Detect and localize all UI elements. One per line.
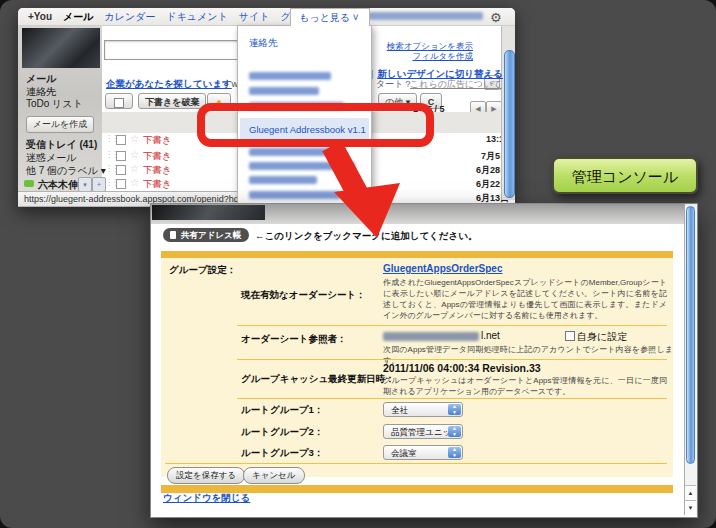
nav-calendar[interactable]: カレンダー	[104, 10, 155, 24]
sidebar-item-spam[interactable]: 迷惑メール	[26, 151, 76, 165]
viewer-email-suffix: l.net	[481, 330, 500, 341]
star-icon[interactable]: ☆	[130, 149, 139, 160]
redacted-menu-item[interactable]	[249, 191, 341, 199]
discard-draft-button[interactable]: 下書きを破棄	[138, 93, 206, 109]
set-self-label: 自身に設定	[577, 330, 627, 344]
gmail-scrollbar-thumb[interactable]	[504, 50, 515, 198]
set-self-checkbox[interactable]	[565, 331, 575, 341]
draft-label: 下書き	[143, 134, 172, 147]
bookmark-note: ←このリンクをブックマークに追加してください。	[255, 230, 478, 243]
chat-status-icon	[24, 180, 34, 187]
redacted-menu-item[interactable]	[249, 87, 319, 95]
sidebar-item-todo[interactable]: ToDo リスト	[26, 97, 83, 111]
screenshot-root: +You メール カレンダー ドキュメント サイト グループ ⚙ 検索オプション…	[0, 0, 716, 528]
nav-plus-you[interactable]: +You	[28, 11, 52, 22]
document-icon	[170, 231, 176, 239]
row-checkbox[interactable]	[116, 151, 126, 161]
nav-mail[interactable]: メール	[63, 10, 93, 24]
draft-label: 下書き	[143, 178, 172, 191]
redacted-menu-item[interactable]	[249, 162, 355, 170]
select-all-checkbox[interactable]	[114, 98, 124, 108]
theme-logo-image	[22, 28, 100, 68]
row-separator	[165, 463, 667, 464]
nav-more-menu-trigger[interactable]: もっと見る ˅	[290, 8, 370, 26]
root-group1-label: ルートグループ1：	[241, 404, 323, 417]
menu-item-contacts[interactable]: 連絡先	[249, 37, 278, 50]
ordersheet-link[interactable]: GluegentAppsOrderSpec	[383, 263, 502, 274]
annotation-highlight-box	[197, 103, 434, 147]
chat-menu-button[interactable]: ▾	[78, 177, 92, 192]
close-window-link[interactable]: ウィンドウを閉じる	[163, 492, 250, 505]
row-checkbox[interactable]	[116, 135, 126, 145]
redacted-menu-item[interactable]	[249, 72, 331, 80]
viewer-label: オーダーシート参照者：	[241, 333, 346, 346]
sidebar-item-more-labels[interactable]: 他 7 個のラベル ▾	[26, 164, 106, 178]
sidebar-item-inbox[interactable]: 受信トレイ (41)	[26, 138, 97, 152]
root-group3-value: 会議室	[391, 448, 417, 458]
table-top-bar	[161, 251, 673, 258]
cancel-button[interactable]: キャンセル	[243, 467, 305, 484]
cache-value: 2011/11/06 04:00:34 Revision.33	[383, 362, 541, 374]
root-group3-label: ルートグループ3：	[241, 447, 323, 460]
row-checkbox[interactable]	[116, 165, 126, 175]
gmail-scrollbar[interactable]	[501, 26, 515, 200]
draft-label: 下書き	[143, 150, 172, 163]
star-icon[interactable]: ☆	[130, 177, 139, 188]
cache-label: グループキャッシュ最終更新日時：	[241, 373, 395, 386]
banner-image-fragment	[152, 205, 265, 220]
redacted-menu-item[interactable]	[249, 148, 337, 156]
gear-icon[interactable]: ⚙	[490, 10, 502, 25]
admin-scrollbar-thumb[interactable]	[686, 206, 695, 464]
admin-console-callout: 管理コンソール	[552, 157, 698, 194]
redacted-menu-item[interactable]	[249, 176, 317, 184]
save-settings-button[interactable]: 設定を保存する	[167, 467, 245, 484]
shared-addressbook-pill[interactable]: 共有アドレス帳	[163, 228, 249, 242]
row-separator	[237, 398, 667, 399]
admin-window-header	[151, 204, 695, 224]
settings-table: グループ設定： 現在有効なオーダーシート： GluegentAppsOrderS…	[161, 251, 673, 477]
sidebar-item-mail[interactable]: メール	[26, 72, 56, 86]
select-stepper-icon: ▲▼	[448, 447, 461, 458]
star-icon[interactable]: ☆	[130, 163, 139, 174]
admin-scrollbar[interactable]: ▲ ▼	[684, 204, 697, 515]
nav-docs[interactable]: ドキュメント	[166, 10, 227, 24]
root-group2-select[interactable]: 品質管理ユニット ▲▼	[383, 424, 463, 439]
pill-label: 共有アドレス帳	[181, 230, 241, 240]
select-all-dropdown[interactable]: ▾	[105, 93, 133, 109]
ad-about-link[interactable]: これらの広告について	[410, 78, 502, 91]
root-group1-select[interactable]: 全社 ▲▼	[383, 402, 463, 417]
ad-about-prefix: タート？	[376, 78, 412, 91]
root-group2-label: ルートグループ2：	[241, 426, 323, 439]
group-settings-label: グループ設定：	[169, 264, 236, 277]
row-separator	[237, 359, 667, 360]
star-icon[interactable]: ☆	[130, 133, 139, 144]
compose-button[interactable]: メールを作成	[26, 116, 94, 133]
nav-sites[interactable]: サイト	[239, 10, 270, 24]
admin-console-window: 共有アドレス帳 ←このリンクをブックマークに追加してください。 グループ設定： …	[150, 203, 698, 518]
root-group1-value: 全社	[391, 405, 408, 415]
row-checkbox[interactable]	[116, 179, 126, 189]
create-filter-link[interactable]: フィルタを作成	[413, 51, 474, 63]
account-email-redacted	[358, 12, 483, 20]
row-separator	[237, 325, 667, 326]
viewer-email-redacted	[383, 332, 479, 341]
chat-add-button[interactable]: +	[92, 177, 106, 192]
scroll-down-arrow[interactable]: ▼	[685, 500, 696, 515]
select-stepper-icon: ▲▼	[448, 404, 461, 415]
cache-description: グループキャッシュはオーダーシートとApps管理情報を元に、一日に一度同期される…	[383, 375, 667, 397]
select-stepper-icon: ▲▼	[448, 426, 461, 437]
ordersheet-description: 作成されたGluegentAppsOrderSpecスプレッドシートのMembe…	[383, 277, 667, 321]
draft-label: 下書き	[143, 164, 172, 177]
root-group3-select[interactable]: 会議室 ▲▼	[383, 445, 463, 460]
scroll-up-arrow[interactable]: ▲	[685, 485, 696, 500]
ordersheet-label: 現在有効なオーダーシート：	[241, 289, 366, 302]
